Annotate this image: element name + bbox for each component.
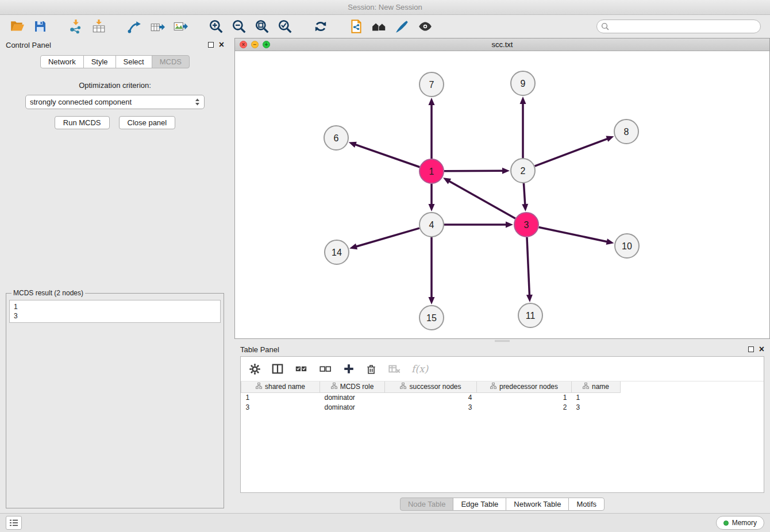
deselect-all-icon <box>318 363 332 375</box>
close-table-panel-icon[interactable]: × <box>759 346 764 352</box>
tab-network-table[interactable]: Network Table <box>506 498 569 511</box>
control-panel-title: Control Panel <box>6 41 51 49</box>
table-panel: Table Panel × f(x) shar <box>234 342 770 513</box>
main-area: Control Panel × Network Style Select MCD… <box>0 38 770 513</box>
table-cell[interactable]: dominator <box>320 402 385 412</box>
column-header[interactable]: name <box>572 381 621 392</box>
close-panel-button[interactable]: Close panel <box>119 116 176 129</box>
column-header[interactable]: successor nodes <box>385 381 477 392</box>
memory-button[interactable]: Memory <box>716 516 764 530</box>
graph-edge-arrow-icon <box>349 142 357 148</box>
table-cell[interactable]: 4 <box>385 392 477 402</box>
graph-edge[interactable] <box>539 228 608 242</box>
table-cell[interactable]: dominator <box>320 392 385 402</box>
table-cell[interactable]: 1 <box>477 392 572 402</box>
network-canvas[interactable]: 7968124314101511 <box>235 51 769 338</box>
import-network-button[interactable] <box>64 16 87 37</box>
export-image-button[interactable] <box>169 16 192 37</box>
import-table-icon <box>91 19 106 34</box>
tab-node-table[interactable]: Node Table <box>400 498 454 511</box>
column-edit-icon <box>400 383 406 391</box>
table-settings-button[interactable] <box>249 363 261 375</box>
control-panel-tabs: Network Style Select MCDS <box>0 55 230 68</box>
table-cell-filler <box>621 402 764 412</box>
network-graph[interactable]: 7968124314101511 <box>235 51 769 338</box>
search-input[interactable] <box>596 20 761 33</box>
graph-edge-arrow-icon <box>522 204 528 211</box>
tab-select[interactable]: Select <box>116 55 152 68</box>
memory-status-icon <box>723 521 729 526</box>
graph-edge-arrow-icon <box>520 97 526 104</box>
graph-edge[interactable] <box>356 228 419 246</box>
copy-style-button[interactable] <box>345 16 368 37</box>
list-icon <box>9 519 18 527</box>
export-table-button[interactable] <box>146 16 169 37</box>
zoom-fit-icon <box>255 19 270 34</box>
tab-mcds[interactable]: MCDS <box>152 55 190 68</box>
network-window-titlebar[interactable]: scc.txt × − + <box>235 38 769 51</box>
import-table-button[interactable] <box>87 16 110 37</box>
export-network-button[interactable] <box>123 16 146 37</box>
table-cell[interactable]: 1 <box>572 392 621 402</box>
run-mcds-button[interactable]: Run MCDS <box>55 116 110 129</box>
tab-edge-table[interactable]: Edge Table <box>453 498 506 511</box>
task-history-button[interactable] <box>6 516 22 530</box>
float-control-panel-icon[interactable] <box>208 42 214 48</box>
delete-table-button[interactable] <box>387 363 401 375</box>
function-builder-button[interactable]: f(x) <box>411 363 428 375</box>
save-session-button[interactable] <box>29 16 52 37</box>
table-cell[interactable]: 3 <box>572 402 621 412</box>
select-all-button[interactable] <box>294 363 308 375</box>
graph-node-label: 6 <box>334 133 339 143</box>
table-row[interactable]: 3dominator323 <box>241 402 764 412</box>
graph-edge-arrow-icon <box>502 168 510 174</box>
graph-edge[interactable] <box>527 237 530 296</box>
zoom-fit-button[interactable] <box>251 16 274 37</box>
deselect-all-button[interactable] <box>318 363 332 375</box>
dropdown-arrows-icon <box>195 98 200 106</box>
apply-layout-button[interactable] <box>309 16 332 37</box>
graph-edge[interactable] <box>523 183 525 205</box>
close-control-panel-icon[interactable]: × <box>219 42 224 48</box>
open-file-button[interactable] <box>6 16 29 37</box>
delete-column-button[interactable] <box>365 363 377 375</box>
graph-edge[interactable] <box>355 144 419 167</box>
optimization-dropdown[interactable]: strongly connected component <box>25 95 205 109</box>
graph-node-label: 4 <box>429 220 434 230</box>
main-toolbar <box>0 15 770 38</box>
first-neighbors-button[interactable] <box>368 16 391 37</box>
tab-style[interactable]: Style <box>83 55 116 68</box>
column-header[interactable]: predecessor nodes <box>477 381 572 392</box>
column-header[interactable]: shared name <box>241 381 320 392</box>
table-cell[interactable]: 1 <box>241 392 320 402</box>
table-cell[interactable]: 2 <box>477 402 572 412</box>
first-neighbors-icon <box>371 19 387 34</box>
column-label: predecessor nodes <box>499 383 558 391</box>
table-cell[interactable]: 3 <box>241 402 320 412</box>
tab-network[interactable]: Network <box>40 55 84 68</box>
graph-edge-arrow-icon <box>429 98 435 105</box>
float-table-panel-icon[interactable] <box>748 346 754 352</box>
add-column-button[interactable] <box>342 363 355 375</box>
mcds-result-line: 1 <box>14 302 216 311</box>
style-brush-button[interactable] <box>391 16 414 37</box>
export-image-icon <box>173 19 188 34</box>
tab-motifs[interactable]: Motifs <box>568 498 605 511</box>
zoom-in-button[interactable] <box>205 16 228 37</box>
graph-edge[interactable] <box>449 181 515 219</box>
gear-icon <box>249 363 261 375</box>
show-columns-button[interactable] <box>271 363 284 375</box>
zoom-selected-button[interactable] <box>274 16 297 37</box>
table-tabs: Node Table Edge Table Network Table Moti… <box>240 498 764 511</box>
column-header[interactable]: MCDS role <box>320 381 385 392</box>
table-row[interactable]: 1dominator411 <box>241 392 764 402</box>
table-cell[interactable]: 3 <box>385 402 477 412</box>
graph-node-label: 9 <box>521 79 526 88</box>
graph-edge[interactable] <box>535 138 609 166</box>
mcds-result-list[interactable]: 1 3 <box>9 300 221 323</box>
show-hide-button[interactable] <box>414 16 437 37</box>
control-panel-header: Control Panel × <box>0 38 230 52</box>
graph-edge[interactable] <box>444 171 503 171</box>
zoom-out-button[interactable] <box>228 16 251 37</box>
graph-edge-arrow-icon <box>429 204 435 211</box>
